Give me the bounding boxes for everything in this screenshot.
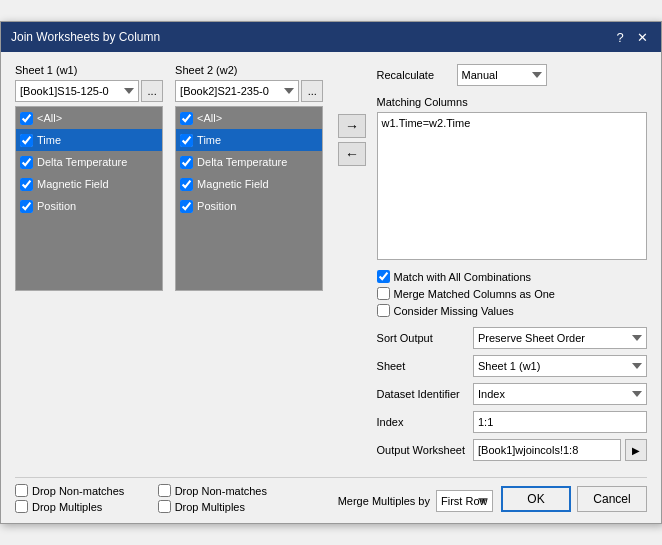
sheet1-browse-button[interactable]: ... bbox=[141, 80, 163, 102]
sheet2-item-time[interactable]: Time bbox=[176, 129, 322, 151]
sheet1-list: <All> Time Delta Temperature Magnetic Fi… bbox=[15, 106, 163, 291]
sheet1-item-delta-temp[interactable]: Delta Temperature bbox=[16, 151, 162, 173]
match-all-combinations-row[interactable]: Match with All Combinations bbox=[377, 270, 647, 283]
dialog-content: Sheet 1 (w1) [Book1]S15-125-0 ... <All> … bbox=[1, 52, 661, 523]
bottom-row: Drop Non-matches Drop Multiples Drop Non… bbox=[15, 484, 647, 513]
ok-cancel-row: OK Cancel bbox=[501, 486, 647, 512]
title-bar-buttons: ? ✕ bbox=[611, 28, 651, 46]
sheet2-list: <All> Time Delta Temperature Magnetic Fi… bbox=[175, 106, 323, 291]
merge-matched-columns-label: Merge Matched Columns as One bbox=[394, 288, 555, 300]
merge-matched-columns-check[interactable] bbox=[377, 287, 390, 300]
sheet1-panel: Sheet 1 (w1) [Book1]S15-125-0 ... <All> … bbox=[15, 64, 163, 291]
sheet1-check-delta-temp[interactable] bbox=[20, 156, 33, 169]
sheet2-drop-multiples-check[interactable] bbox=[158, 500, 171, 513]
sheet2-check-position[interactable] bbox=[180, 200, 193, 213]
sheet1-drop-nonmatches-label: Drop Non-matches bbox=[32, 485, 124, 497]
consider-missing-values-check[interactable] bbox=[377, 304, 390, 317]
dataset-id-dropdown[interactable]: Index Name bbox=[473, 383, 647, 405]
match-all-combinations-check[interactable] bbox=[377, 270, 390, 283]
sheet1-check-position[interactable] bbox=[20, 200, 33, 213]
sheet2-panel: Sheet 2 (w2) [Book2]S21-235-0 ... <All> … bbox=[175, 64, 323, 291]
sheet2-check-time[interactable] bbox=[180, 134, 193, 147]
options-grid: Sort Output Preserve Sheet Order Sort As… bbox=[377, 327, 647, 461]
sheet2-selector: [Book2]S21-235-0 ... bbox=[175, 80, 323, 102]
sheet2-drop-nonmatches-check[interactable] bbox=[158, 484, 171, 497]
sheet1-drop-multiples-row[interactable]: Drop Multiples bbox=[15, 500, 146, 513]
sheet2-item-all[interactable]: <All> bbox=[176, 107, 322, 129]
merge-and-buttons: Merge Multiples by First Row Last Row Av… bbox=[338, 486, 647, 512]
sheet2-item-position[interactable]: Position bbox=[176, 195, 322, 217]
sheet1-item-time[interactable]: Time bbox=[16, 129, 162, 151]
dialog-title: Join Worksheets by Column bbox=[11, 30, 160, 44]
matching-columns-label: Matching Columns bbox=[377, 96, 647, 108]
divider bbox=[15, 477, 647, 478]
sheet1-bottom: Drop Non-matches Drop Multiples bbox=[15, 484, 146, 513]
match-all-combinations-label: Match with All Combinations bbox=[394, 271, 532, 283]
ok-button[interactable]: OK bbox=[501, 486, 571, 512]
merge-matched-columns-row[interactable]: Merge Matched Columns as One bbox=[377, 287, 647, 300]
sheet2-item-time-label: Time bbox=[197, 134, 221, 146]
sheet2-bottom: Drop Non-matches Drop Multiples bbox=[158, 484, 289, 513]
merge-multiples-dropdown[interactable]: First Row Last Row Average Sum bbox=[436, 490, 493, 512]
recalc-row: Recalculate Manual Auto bbox=[377, 64, 647, 86]
sheet1-check-mag-field[interactable] bbox=[20, 178, 33, 191]
sheet1-item-all-label: <All> bbox=[37, 112, 62, 124]
sheet1-item-position-label: Position bbox=[37, 200, 76, 212]
sheet-dropdown-right[interactable]: Sheet 1 (w1) Sheet 2 (w2) bbox=[473, 355, 647, 377]
index-input[interactable]: 1:1 bbox=[473, 411, 647, 433]
sheet2-check-delta-temp[interactable] bbox=[180, 156, 193, 169]
sheet1-drop-nonmatches-row[interactable]: Drop Non-matches bbox=[15, 484, 146, 497]
back-arrow-button[interactable]: ← bbox=[338, 142, 366, 166]
main-columns: Sheet 1 (w1) [Book1]S15-125-0 ... <All> … bbox=[15, 64, 647, 469]
output-worksheet-row: [Book1]wjoincols!1:8 ▶ bbox=[473, 439, 647, 461]
sheet2-item-all-label: <All> bbox=[197, 112, 222, 124]
close-button[interactable]: ✕ bbox=[633, 28, 651, 46]
sheet1-item-mag-field[interactable]: Magnetic Field bbox=[16, 173, 162, 195]
matching-columns-box: w1.Time=w2.Time bbox=[377, 112, 647, 260]
consider-missing-values-row[interactable]: Consider Missing Values bbox=[377, 304, 647, 317]
matching-columns-content: w1.Time=w2.Time bbox=[382, 117, 471, 129]
help-button[interactable]: ? bbox=[611, 28, 629, 46]
sheet2-item-position-label: Position bbox=[197, 200, 236, 212]
sheet1-item-time-label: Time bbox=[37, 134, 61, 146]
sheet1-dropdown[interactable]: [Book1]S15-125-0 bbox=[15, 80, 139, 102]
title-bar: Join Worksheets by Column ? ✕ bbox=[1, 22, 661, 52]
sheet1-drop-nonmatches-check[interactable] bbox=[15, 484, 28, 497]
forward-arrow-button[interactable]: → bbox=[338, 114, 366, 138]
sheet1-item-mag-field-label: Magnetic Field bbox=[37, 178, 109, 190]
merge-multiples-row: Merge Multiples by First Row Last Row Av… bbox=[338, 490, 493, 512]
cancel-button[interactable]: Cancel bbox=[577, 486, 647, 512]
sheet1-drop-multiples-label: Drop Multiples bbox=[32, 501, 102, 513]
sheet1-check-all[interactable] bbox=[20, 112, 33, 125]
sheet2-drop-nonmatches-label: Drop Non-matches bbox=[175, 485, 267, 497]
index-label: Index bbox=[377, 416, 465, 428]
sheet2-browse-button[interactable]: ... bbox=[301, 80, 323, 102]
checkbox-options: Match with All Combinations Merge Matche… bbox=[377, 270, 647, 317]
dataset-id-label: Dataset Identifier bbox=[377, 388, 465, 400]
recalc-label: Recalculate bbox=[377, 69, 449, 81]
output-browse-button[interactable]: ▶ bbox=[625, 439, 647, 461]
output-worksheet-input[interactable]: [Book1]wjoincols!1:8 bbox=[473, 439, 621, 461]
merge-multiples-label: Merge Multiples by bbox=[338, 495, 430, 507]
sheet2-drop-nonmatches-row[interactable]: Drop Non-matches bbox=[158, 484, 289, 497]
sheet1-item-all[interactable]: <All> bbox=[16, 107, 162, 129]
output-worksheet-label: Output Worksheet bbox=[377, 444, 465, 456]
recalc-dropdown[interactable]: Manual Auto bbox=[457, 64, 547, 86]
sheet2-item-mag-field-label: Magnetic Field bbox=[197, 178, 269, 190]
sheet2-item-mag-field[interactable]: Magnetic Field bbox=[176, 173, 322, 195]
sheet1-label: Sheet 1 (w1) bbox=[15, 64, 163, 76]
sheet2-check-all[interactable] bbox=[180, 112, 193, 125]
right-panel: Recalculate Manual Auto Matching Columns… bbox=[377, 64, 647, 469]
sheet2-drop-multiples-row[interactable]: Drop Multiples bbox=[158, 500, 289, 513]
sort-output-dropdown[interactable]: Preserve Sheet Order Sort Ascending Sort… bbox=[473, 327, 647, 349]
sheet2-check-mag-field[interactable] bbox=[180, 178, 193, 191]
sheet1-item-position[interactable]: Position bbox=[16, 195, 162, 217]
sheet2-dropdown[interactable]: [Book2]S21-235-0 bbox=[175, 80, 299, 102]
sheet2-item-delta-temp[interactable]: Delta Temperature bbox=[176, 151, 322, 173]
sheet1-drop-multiples-check[interactable] bbox=[15, 500, 28, 513]
sheet2-drop-multiples-label: Drop Multiples bbox=[175, 501, 245, 513]
join-worksheets-dialog: Join Worksheets by Column ? ✕ Sheet 1 (w… bbox=[0, 21, 662, 524]
sheet2-label: Sheet 2 (w2) bbox=[175, 64, 323, 76]
sheet1-check-time[interactable] bbox=[20, 134, 33, 147]
sheet-label: Sheet bbox=[377, 360, 465, 372]
